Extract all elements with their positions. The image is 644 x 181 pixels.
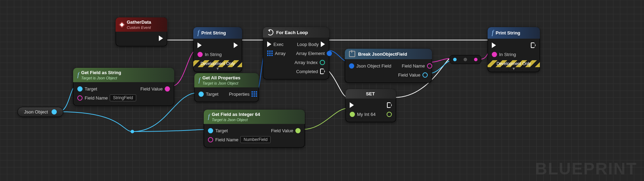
break-icon [349, 51, 355, 57]
reroute-dot [464, 58, 467, 61]
var-label: Json Object [24, 109, 48, 115]
node-subtitle: Target is Json Object [202, 81, 240, 85]
elem-pin[interactable] [327, 51, 332, 56]
node-title: Print String [201, 30, 226, 36]
node-get-field-int64[interactable]: fGet Field as Integer 64Target is Json O… [204, 110, 305, 148]
node-break-json[interactable]: Break JsonObjectField Json Object FieldF… [345, 49, 432, 83]
exec-in[interactable] [197, 42, 202, 48]
exec-out[interactable] [234, 42, 238, 48]
expand-chevron[interactable]: ▼ [193, 66, 242, 71]
node-title: Get Field as Integer 64 [212, 112, 260, 117]
reroute-node[interactable] [449, 55, 481, 64]
node-title: GatherData [127, 19, 151, 25]
completed-pin[interactable] [320, 69, 325, 74]
out-pin[interactable] [387, 112, 392, 117]
node-get-field-string[interactable]: fGet Field as StringTarget is Json Objec… [73, 68, 174, 106]
exec-in[interactable] [492, 42, 496, 48]
node-subtitle: Target is Json Object [212, 118, 260, 122]
value-pin[interactable] [350, 112, 355, 117]
target-pin[interactable] [199, 92, 204, 97]
out-pin[interactable] [165, 86, 170, 92]
function-icon: f [208, 113, 210, 120]
fieldname-pin[interactable] [77, 95, 83, 101]
reroute-pin[interactable] [453, 58, 457, 61]
fieldname-pin[interactable] [208, 137, 213, 142]
function-icon: f [197, 29, 199, 37]
index-pin[interactable] [320, 60, 325, 65]
node-for-each-loop[interactable]: For Each Loop ExecLoop Body ArrayArray E… [263, 27, 329, 79]
node-set[interactable]: SET My Int 64 [346, 89, 396, 122]
out-array-pin[interactable] [251, 91, 257, 97]
svg-point-0 [131, 130, 134, 133]
loop-body-pin[interactable] [321, 41, 325, 47]
exec-out[interactable] [159, 36, 163, 41]
loop-icon [267, 29, 273, 36]
fieldname-input[interactable]: StringField [110, 94, 136, 101]
node-print-string-a[interactable]: fPrint String In String Development Only… [193, 27, 242, 72]
node-header: GatherData Custom Event [116, 17, 167, 32]
node-title: Get All Properties [202, 75, 240, 80]
event-icon [119, 22, 125, 27]
fieldname-input[interactable]: NumberField [240, 136, 271, 143]
node-title: SET [366, 91, 375, 96]
in-string-pin[interactable] [492, 52, 497, 57]
function-icon: f [77, 71, 79, 79]
array-pin[interactable] [267, 50, 273, 56]
exec-in[interactable] [350, 102, 354, 108]
out-pin[interactable] [295, 128, 301, 133]
node-subtitle: Target is Json Object [81, 76, 121, 80]
node-gatherdata[interactable]: GatherData Custom Event [116, 17, 167, 46]
var-json-object[interactable]: Json Object [17, 107, 63, 117]
in-string-pin[interactable] [197, 52, 203, 57]
target-pin[interactable] [208, 128, 213, 133]
output-pin[interactable] [52, 109, 57, 115]
watermark: BLUEPRINT [535, 159, 637, 178]
expand-chevron[interactable]: ▼ [488, 66, 540, 71]
exec-out[interactable] [387, 102, 392, 108]
node-print-string-b[interactable]: fPrint String In String Development Only… [488, 27, 540, 72]
fieldvalue-pin[interactable] [422, 72, 428, 78]
node-title: Print String [496, 30, 520, 36]
dev-only-bar: Development Only [193, 60, 242, 67]
function-icon: f [492, 29, 494, 37]
reroute-pin[interactable] [474, 58, 478, 61]
node-title: For Each Loop [276, 30, 308, 35]
function-icon: f [199, 77, 200, 84]
exec-out[interactable] [531, 42, 536, 48]
fieldname-pin[interactable] [427, 63, 432, 69]
exec-in[interactable] [267, 41, 271, 47]
dev-only-bar: Development Only [488, 60, 540, 67]
node-get-all-properties[interactable]: fGet All PropertiesTarget is Json Object… [194, 73, 259, 102]
node-subtitle: Custom Event [127, 25, 151, 30]
node-title: Break JsonObjectField [358, 52, 407, 57]
in-pin[interactable] [349, 63, 354, 69]
target-pin[interactable] [77, 86, 83, 92]
node-title: Get Field as String [81, 70, 121, 75]
